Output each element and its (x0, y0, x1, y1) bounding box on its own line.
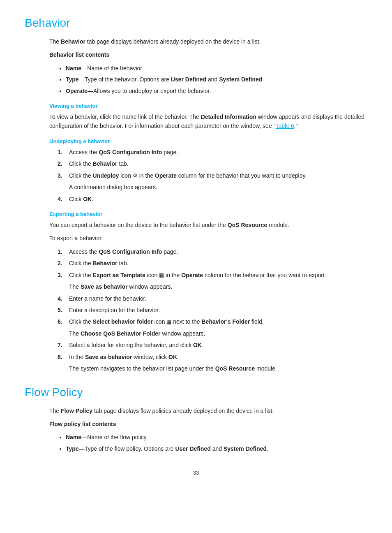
step-item: 2. Click the Behavior tab. (58, 159, 367, 168)
ok-bold2: OK (193, 342, 202, 348)
behavior-tab-bold: Behavior (93, 160, 118, 167)
step-item: 8. In the Save as behavior window, click… (58, 352, 367, 362)
qos-resource-bold: QoS Resource (228, 222, 267, 228)
step-num: 1. (58, 247, 69, 256)
list-item: Name—Name of the flow policy. (66, 433, 367, 442)
step-num: 3. (58, 271, 69, 280)
flow-policy-section: Flow Policy The Flow Policy tab page dis… (25, 386, 367, 454)
step-content: Click the Behavior tab. (69, 259, 367, 268)
flow-policy-title: Flow Policy (25, 386, 367, 399)
behavior-intro-text: The (49, 38, 61, 45)
step-item: 3. Click the Undeploy icon ⚙ in the Oper… (58, 171, 367, 181)
undeploying-steps: 1. Access the QoS Configuration Info pag… (58, 148, 367, 204)
step-content: Click the Export as Template icon ▦ in t… (69, 271, 367, 280)
step-content: Click the Behavior tab. (69, 159, 367, 168)
step-sub-content: The Save as behavior window appears. (69, 282, 367, 291)
operate-bold3: Operate (181, 272, 203, 278)
exporting-para1: You can export a behavior on the device … (49, 220, 367, 229)
step-num: 6. (58, 317, 69, 327)
step-item: 5. Enter a description for the behavior. (58, 306, 367, 315)
step-num-empty (58, 364, 69, 373)
step-item: 4. Click OK. (58, 195, 367, 204)
step-content: Enter a name for the behavior. (69, 294, 367, 303)
step-num: 5. (58, 306, 69, 315)
step-num: 3. (58, 171, 69, 181)
behavior-bold: Behavior (61, 38, 85, 45)
step-sub-item: The Choose QoS Behavior Folder window ap… (58, 329, 367, 338)
step-content: Access the QoS Configuration Info page. (69, 148, 367, 157)
behavior-bullet-list: Name—Name of the behavior. Type—Type of … (66, 64, 367, 95)
step-num: 8. (58, 352, 69, 362)
fp-system-defined-bold: System Defined (224, 445, 267, 452)
operate-bold2: Operate (155, 172, 177, 179)
exporting-para2: To export a behavior: (49, 234, 367, 243)
fp-and-text: and (211, 445, 224, 452)
behavior-intro-rest: tab page displays behaviors already depl… (85, 38, 261, 45)
list-item: Operate—Allows you to undeploy or export… (66, 86, 367, 95)
user-defined-bold: User Defined (171, 76, 206, 83)
step-item: 7. Select a folder for storing the behav… (58, 341, 367, 350)
system-defined-bold: System Defined (219, 76, 262, 83)
fp-name-text: —Name of the flow policy. (81, 434, 148, 440)
step-num-empty (58, 329, 69, 338)
behaviors-folder-bold: Behavior's Folder (202, 318, 250, 325)
qos-config-bold: QoS Configuration Info (99, 149, 162, 155)
period: . (262, 76, 264, 83)
list-item: Type—Type of the behavior. Options are U… (66, 75, 367, 84)
behavior-list-contents-label: Behavior list contents (49, 51, 109, 58)
behavior-title: Behavior (25, 16, 367, 30)
step-num: 4. (58, 195, 69, 204)
step-content: Select a folder for storing the behavior… (69, 341, 367, 350)
step-item: 6. Click the Select behavior folder icon… (58, 317, 367, 327)
step-num: 2. (58, 159, 69, 168)
type-bold: Type (66, 76, 79, 83)
operate-bold: Operate (66, 88, 88, 94)
step-num-empty (58, 183, 69, 192)
name-bold: Name (66, 65, 81, 72)
step-num: 1. (58, 148, 69, 157)
step-num-empty (58, 282, 69, 291)
flow-policy-bold: Flow Policy (61, 408, 92, 414)
step-content: Click OK. (69, 195, 367, 204)
flow-policy-intro-rest: tab page displays flow policies already … (92, 408, 274, 414)
step-content: In the Save as behavior window, click OK… (69, 352, 367, 362)
flow-policy-content: The Flow Policy tab page displays flow p… (49, 406, 367, 454)
step-item: 4. Enter a name for the behavior. (58, 294, 367, 303)
and-text: and (206, 76, 219, 83)
flow-policy-list-contents-label: Flow policy list contents (49, 421, 116, 427)
type-text: —Type of the behavior. Options are (79, 76, 171, 83)
step-item: 1. Access the QoS Configuration Info pag… (58, 247, 367, 256)
step-sub-content: A confirmation dialog box appears. (69, 183, 367, 192)
step-content: Enter a description for the behavior. (69, 306, 367, 315)
flow-policy-intro-para: The Flow Policy tab page displays flow p… (49, 406, 367, 415)
step-num: 2. (58, 259, 69, 268)
detailed-info-bold: Detailed Information (201, 114, 256, 120)
step-sub-item: The system navigates to the behavior lis… (58, 364, 367, 373)
fp-name-bold: Name (66, 434, 81, 440)
viewing-para: To view a behavior, click the name link … (49, 112, 367, 131)
save-as-bold: Save as behavior (81, 283, 127, 290)
select-folder-bold: Select behavior folder (93, 318, 153, 325)
page-number: 33 (25, 470, 367, 476)
behavior-section: Behavior The Behavior tab page displays … (25, 16, 367, 373)
step-content: Click the Undeploy icon ⚙ in the Operate… (69, 171, 367, 181)
behavior-intro-para: The Behavior tab page displays behaviors… (49, 37, 367, 46)
step-content: Click the Select behavior folder icon ▦ … (69, 317, 367, 327)
export-template-bold: Export as Template (93, 272, 145, 278)
flow-policy-bullet-list: Name—Name of the flow policy. Type—Type … (66, 433, 367, 453)
step-sub-item: The Save as behavior window appears. (58, 282, 367, 291)
save-as-bold2: Save as behavior (85, 354, 132, 360)
step-item: 3. Click the Export as Template icon ▦ i… (58, 271, 367, 280)
step-item: 1. Access the QoS Configuration Info pag… (58, 148, 367, 157)
undeploying-subtitle: Undeploying a behavior (49, 138, 367, 144)
table6-link[interactable]: Table 6 (276, 123, 294, 129)
flow-policy-list-label: Flow policy list contents (49, 419, 367, 429)
fp-type-text: —Type of the flow policy. Options are (79, 445, 175, 452)
exporting-subtitle: Exporting a behavior (49, 211, 367, 217)
step-content: Access the QoS Configuration Info page. (69, 247, 367, 256)
step-item: 2. Click the Behavior tab. (58, 259, 367, 268)
behavior-intro: The Behavior tab page displays behaviors… (49, 37, 367, 373)
exporting-steps: 1. Access the QoS Configuration Info pag… (58, 247, 367, 373)
undeploy-bold: Undeploy (93, 172, 119, 179)
step-sub-content: The system navigates to the behavior lis… (69, 364, 367, 373)
